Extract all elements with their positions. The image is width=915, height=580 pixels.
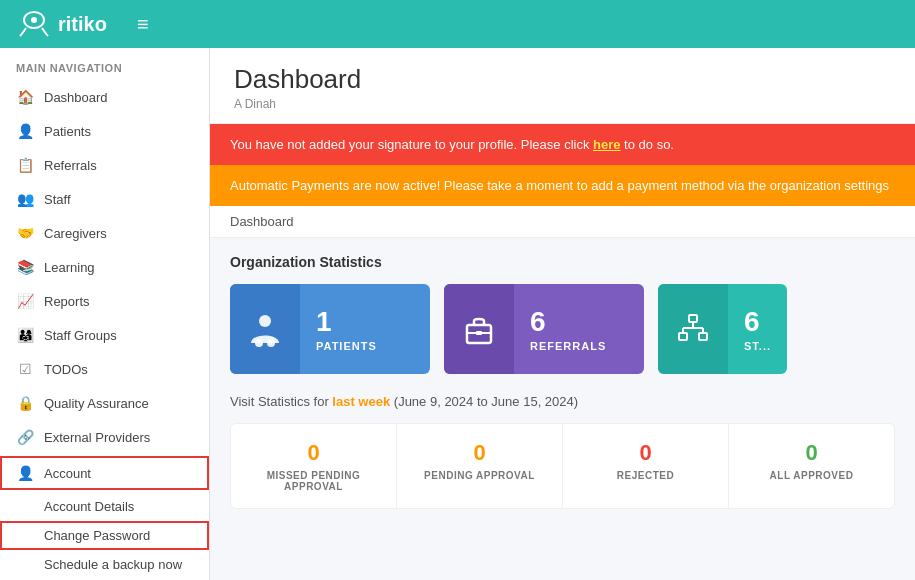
staff-groups-icon: 👨‍👩‍👧 — [16, 327, 34, 343]
sidebar-item-caregivers[interactable]: 🤝 Caregivers — [0, 216, 209, 250]
stat-card-patients: 1 PATIENTS — [230, 284, 430, 374]
third-stat-number: 6 — [744, 306, 771, 338]
sidebar-sub-schedule-backup[interactable]: Schedule a backup now — [0, 550, 209, 579]
alert-here-link[interactable]: here — [593, 137, 620, 152]
qa-icon: 🔒 — [16, 395, 34, 411]
visit-stat-rejected: 0 REJECTED — [563, 424, 729, 508]
approved-label: ALL APPROVED — [741, 470, 882, 481]
breadcrumb: Dashboard — [210, 206, 915, 238]
sidebar-label-dashboard: Dashboard — [44, 90, 108, 105]
sidebar-item-learning[interactable]: 📚 Learning — [0, 250, 209, 284]
svg-point-1 — [31, 17, 37, 23]
change-password-wrapper: Change Password Step 2 — [0, 521, 209, 550]
main-header: Dashboard A Dinah — [210, 48, 915, 124]
sidebar-label-staff: Staff — [44, 192, 71, 207]
sidebar-label-referrals: Referrals — [44, 158, 97, 173]
breadcrumb-text: Dashboard — [230, 214, 294, 229]
sidebar-sub-account-details[interactable]: Account Details — [0, 492, 209, 521]
reports-icon: 📈 — [16, 293, 34, 309]
referrals-stat-info: 6 REFERRALS — [514, 294, 644, 364]
sidebar-sub-change-password[interactable]: Change Password — [0, 521, 209, 550]
svg-rect-9 — [679, 333, 687, 340]
stat-card-third: 6 ST... — [658, 284, 787, 374]
referrals-icon: 📋 — [16, 157, 34, 173]
sidebar-item-staff[interactable]: 👥 Staff — [0, 182, 209, 216]
todos-icon: ☑ — [16, 361, 34, 377]
sidebar-item-todos[interactable]: ☑ TODOs — [0, 352, 209, 386]
patients-stat-label: PATIENTS — [316, 340, 414, 352]
svg-point-4 — [267, 339, 275, 347]
svg-rect-10 — [699, 333, 707, 340]
sidebar: Main Navigation 🏠 Dashboard 👤 Patients 📋… — [0, 48, 210, 580]
caregivers-icon: 🤝 — [16, 225, 34, 241]
layout: Main Navigation 🏠 Dashboard 👤 Patients 📋… — [0, 48, 915, 580]
visit-stats-row: 0 MISSED PENDING APPROVAL 0 PENDING APPR… — [230, 423, 895, 509]
sidebar-item-dashboard[interactable]: 🏠 Dashboard — [0, 80, 209, 114]
sidebar-item-referrals[interactable]: 📋 Referrals — [0, 148, 209, 182]
sidebar-item-reports[interactable]: 📈 Reports — [0, 284, 209, 318]
hamburger-button[interactable]: ≡ — [137, 13, 149, 36]
sidebar-section-title: Main Navigation — [0, 48, 209, 80]
sidebar-label-patients: Patients — [44, 124, 91, 139]
sidebar-item-patients[interactable]: 👤 Patients — [0, 114, 209, 148]
svg-rect-8 — [689, 315, 697, 322]
account-icon: 👤 — [16, 465, 34, 481]
signature-alert: You have not added your signature to you… — [210, 124, 915, 165]
svg-point-3 — [255, 339, 263, 347]
referrals-stat-number: 6 — [530, 306, 628, 338]
stat-card-referrals: 6 REFERRALS — [444, 284, 644, 374]
sidebar-label-external-providers: External Providers — [44, 430, 150, 445]
third-stat-info: 6 ST... — [728, 294, 787, 364]
patients-stat-icon — [230, 284, 300, 374]
svg-rect-7 — [476, 331, 482, 335]
content-area: Organization Statistics 1 — [210, 238, 915, 525]
patient-figure-icon — [247, 311, 283, 347]
logo-icon — [16, 10, 52, 38]
payment-alert-text: Automatic Payments are now active! Pleas… — [230, 178, 889, 193]
alert-text-suffix: to do so. — [621, 137, 674, 152]
visit-stat-approved: 0 ALL APPROVED — [729, 424, 894, 508]
home-icon: 🏠 — [16, 89, 34, 105]
stats-row: 1 PATIENTS 6 — [230, 284, 895, 374]
visit-dates: (June 9, 2024 to June 15, 2024) — [394, 394, 578, 409]
svg-point-2 — [259, 315, 271, 327]
sidebar-label-caregivers: Caregivers — [44, 226, 107, 241]
sidebar-label-account: Account — [44, 466, 91, 481]
briefcase-icon — [461, 311, 497, 347]
sidebar-item-account[interactable]: 👤 Account — [0, 456, 209, 490]
payment-alert: Automatic Payments are now active! Pleas… — [210, 165, 915, 206]
stats-section-title: Organization Statistics — [230, 254, 895, 270]
sidebar-label-learning: Learning — [44, 260, 95, 275]
pending-label: PENDING APPROVAL — [409, 470, 550, 481]
header: ritiko ≡ — [0, 0, 915, 48]
rejected-label: REJECTED — [575, 470, 716, 481]
third-stat-icon — [658, 284, 728, 374]
visit-title-prefix: Visit Statistics for — [230, 394, 332, 409]
sidebar-item-staff-groups[interactable]: 👨‍👩‍👧 Staff Groups — [0, 318, 209, 352]
page-title: Dashboard — [234, 64, 891, 95]
external-providers-icon: 🔗 — [16, 429, 34, 445]
logo: ritiko — [16, 10, 107, 38]
sidebar-item-external-providers[interactable]: 🔗 External Providers — [0, 420, 209, 454]
staff-icon: 👥 — [16, 191, 34, 207]
patients-stat-number: 1 — [316, 306, 414, 338]
sidebar-label-staff-groups: Staff Groups — [44, 328, 117, 343]
learning-icon: 📚 — [16, 259, 34, 275]
page-subtitle: A Dinah — [234, 97, 891, 111]
visit-stats-title: Visit Statistics for last week (June 9, … — [230, 394, 895, 409]
third-stat-label: ST... — [744, 340, 771, 352]
missed-number: 0 — [243, 440, 384, 466]
alert-text-prefix: You have not added your signature to you… — [230, 137, 593, 152]
org-chart-icon — [675, 311, 711, 347]
visit-stat-pending: 0 PENDING APPROVAL — [397, 424, 563, 508]
pending-number: 0 — [409, 440, 550, 466]
referrals-stat-label: REFERRALS — [530, 340, 628, 352]
sidebar-label-reports: Reports — [44, 294, 90, 309]
visit-stat-missed: 0 MISSED PENDING APPROVAL — [231, 424, 397, 508]
missed-label: MISSED PENDING APPROVAL — [243, 470, 384, 492]
logo-text: ritiko — [58, 13, 107, 36]
patients-icon: 👤 — [16, 123, 34, 139]
sidebar-label-qa: Quality Assurance — [44, 396, 149, 411]
sidebar-item-quality-assurance[interactable]: 🔒 Quality Assurance — [0, 386, 209, 420]
approved-number: 0 — [741, 440, 882, 466]
